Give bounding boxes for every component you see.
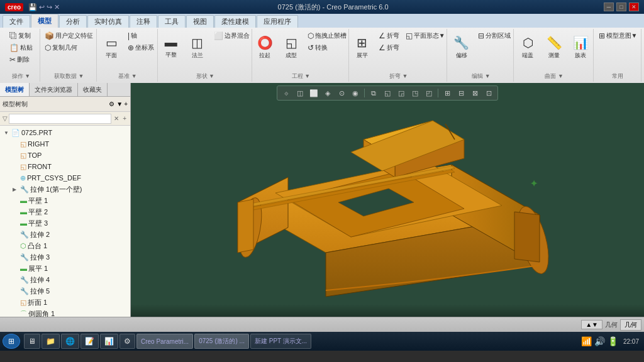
btn-fengge[interactable]: ⊟分割区域 [475,30,513,41]
btn-coord[interactable]: ⊕坐标系 [125,42,157,53]
ribbon-group-editing: 🔧偏移 ⊟分割区域 编辑 ▼ [448,29,514,82]
ribbon-tab-工具[interactable]: 工具 [158,15,186,28]
tree-item-front[interactable]: ◱FRONT [1,161,129,172]
panel-tab-模型树[interactable]: 模型树 [0,83,30,96]
ribbon-tab-视图[interactable]: 视图 [186,15,214,28]
maximize-button[interactable]: □ [616,3,626,11]
status-view-btn[interactable]: ▲▼ [581,320,602,329]
col2: ◱成型 [279,30,304,64]
btn-delete[interactable]: ✂删除 [7,54,35,65]
taskbar-item-5[interactable]: 📊 [100,334,118,349]
taskbar-ppt[interactable]: 新建 PPT 演示文... [250,334,311,349]
btn-paste[interactable]: 📋粘贴 [7,42,35,53]
tree-item-root[interactable]: ▼📄0725.PRT [1,127,129,138]
btn-celiang[interactable]: 📏测量 [541,30,567,64]
tree-item-lashen2[interactable]: 🔧拉伸 2 [1,229,129,240]
tree-item-zhejiao1[interactable]: ◱折面 1 [1,297,129,308]
vp-btn-11[interactable]: ◰ [423,87,435,99]
vp-btn-1[interactable]: ⟐ [280,87,292,99]
panel-tab-文件夹浏览器[interactable]: 文件夹浏览器 [30,83,78,96]
tree-item-pingbi1[interactable]: ▬平壁 1 [1,195,129,206]
tree-item-daojiao1[interactable]: ⌒倒圆角 1 [1,308,129,317]
btn-zhizhi[interactable]: ⬡拖拽止鬃槽 [305,30,349,41]
tree-item-pingbi3[interactable]: ▬平壁 3 [1,217,129,229]
ribbon-tab-实时仿真[interactable]: 实时仿真 [87,15,129,28]
vp-btn-3[interactable]: ⬜ [308,87,320,99]
vp-btn-9[interactable]: ◲ [395,87,408,99]
vp-btn-10[interactable]: ◳ [409,87,421,99]
btn-bianjie[interactable]: ⬜边界混合 [211,30,252,41]
vp-btn-8[interactable]: ◱ [381,87,394,99]
ribbon-tab-应用程序[interactable]: 应用程序 [257,15,298,28]
btn-chengxing[interactable]: ◱成型 [279,30,304,64]
taskbar-item-2[interactable]: 📁 [42,334,60,349]
tree-label: 0725.PRT [21,129,52,136]
panel-tab-收藏夹[interactable]: 收藏夹 [78,83,108,96]
btn-faxian[interactable]: ◫法兰 [185,30,210,64]
ribbon-tab-柔性建模[interactable]: 柔性建模 [214,15,256,28]
vp-btn-12[interactable]: ⊞ [441,87,453,99]
btn-biaoge[interactable]: 📊族表 [568,30,593,64]
tree-label: TOP [28,151,42,159]
btn-plane[interactable]: ▭平面 [99,30,124,64]
btn-zhankai[interactable]: ⊞展平 [350,30,375,64]
btn-duanmian[interactable]: ⬡端盖 [515,30,540,64]
btn-zhejiao1[interactable]: ∠折弯 [376,30,402,41]
btn-zhejiao2[interactable]: ∠折弯 [376,42,402,53]
search-clear-btn[interactable]: ✕ [113,115,120,122]
btn-pingzheng[interactable]: ▬平整 [158,30,184,64]
minimize-button[interactable]: ─ [604,3,614,11]
btn-xiubu[interactable]: 🔧偏移 [449,30,474,64]
vp-btn-6[interactable]: ◉ [349,87,362,99]
3d-viewport[interactable]: ⟐ ◫ ⬜ ◈ ⊙ ◉ ⧉ ◱ ◲ ◳ ◰ ⊞ ⊟ ⊠ ⊡ [131,83,644,317]
btn-copy-geom[interactable]: ⬡复制几何 [42,42,96,53]
close-button[interactable]: ✕ [629,3,639,11]
vp-btn-15[interactable]: ⊡ [482,87,495,99]
tree-item-pingbi2[interactable]: ▬平壁 2 [1,206,129,217]
tree-item-right[interactable]: ◱RIGHT [1,138,129,150]
col1: ⿻复制 📋粘贴 ✂删除 [7,30,35,65]
vp-btn-14[interactable]: ⊠ [469,87,481,99]
tree-item-lashen4[interactable]: 🔧拉伸 4 [1,274,129,285]
status-right: ▲▼ 几何 几何 [581,319,641,331]
vp-btn-5[interactable]: ⊙ [335,87,348,99]
btn-model-intent[interactable]: ⊞模型意图▼ [596,30,640,41]
vp-btn-2[interactable]: ◫ [294,87,306,99]
taskbar-item-6[interactable]: ⚙ [119,334,135,349]
ribbon-tab-模型[interactable]: 模型 [31,14,58,28]
ribbon-tab-文件[interactable]: 文件 [3,15,30,28]
tree-item-lashen1[interactable]: ▶🔧拉伸 1(第一个壁) [1,184,129,195]
status-display-btn[interactable]: 几何 [620,319,641,331]
vp-btn-13[interactable]: ⊟ [455,87,467,99]
tree-item-aojiao1[interactable]: ⬡凸台 1 [1,240,129,251]
tree-item-zhankai1[interactable]: ▬展平 1 [1,263,129,274]
btn-chekong[interactable]: ⭕拉起 [252,30,277,64]
taskbar-item-3[interactable]: 🌐 [61,334,79,349]
taskbar-item-4[interactable]: 📝 [80,334,99,349]
vp-btn-4[interactable]: ◈ [321,87,334,99]
start-button[interactable]: ⊞ [3,334,20,349]
search-add-btn[interactable]: + [121,115,128,122]
ribbon-tab-分析[interactable]: 分析 [59,15,87,28]
taskbar-file[interactable]: 0725 (激活的) ... [194,334,249,349]
btn-zhuan[interactable]: ↺转换 [305,42,349,53]
tree-item-lashen5[interactable]: 🔧拉伸 5 [1,285,129,297]
taskbar-item-1[interactable]: 🖥 [24,334,40,349]
taskbar-creo[interactable]: Creo Parametri... [136,334,193,349]
tree-item-lashen3[interactable]: 🔧拉伸 3 [1,251,129,263]
ribbon-tab-注释[interactable]: 注释 [130,15,157,28]
panel-add-btn[interactable]: + [124,101,128,107]
panel-settings-btn[interactable]: ⚙ ▼ [109,101,123,107]
btn-pingmianzhuangtai[interactable]: ◱平面形态▼ [403,30,448,41]
search-input[interactable] [9,114,111,124]
btn-copy[interactable]: ⿻复制 [7,30,35,41]
expand-icon[interactable]: ▶ [13,187,20,192]
btn-userdefined[interactable]: 📦用户定义特征 [42,30,96,41]
vp-btn-7[interactable]: ⧉ [367,87,380,99]
btn-axis[interactable]: |轴 [125,30,157,41]
taskbar-right: 📶 🔊 🔋 22:07 [581,336,641,346]
group-label-general: 常用 [612,71,623,80]
tree-item-prt_csys[interactable]: ⊕PRT_CSYS_DEF [1,172,129,184]
tree-item-top[interactable]: ◱TOP [1,150,129,161]
expand-icon[interactable]: ▼ [4,130,11,136]
